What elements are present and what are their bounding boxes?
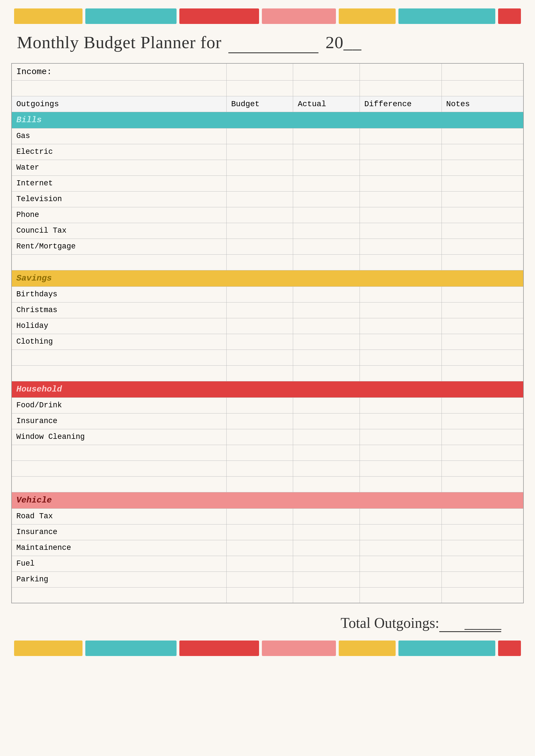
row-maintainence: Maintainence [12, 540, 523, 556]
row-internet: Internet [12, 175, 523, 191]
row-parking: Parking [12, 571, 523, 587]
row-water: Water [12, 160, 523, 175]
page: Monthly Budget Planner for 20__ Income: … [0, 0, 535, 756]
row-holiday: Holiday [12, 318, 523, 334]
income-notes-cell [441, 63, 523, 80]
bottom-strip-teal-1 [85, 641, 177, 656]
section-vehicle-header: Vehicle [12, 492, 523, 509]
income-diff-cell [359, 63, 441, 80]
bills-empty-1 [12, 254, 523, 270]
household-label: Household [12, 381, 523, 397]
section-savings-header: Savings [12, 270, 523, 286]
total-value-blank: _____ [439, 615, 501, 632]
strip-red-1 [179, 9, 259, 24]
top-color-strips [11, 9, 524, 24]
bottom-strip-teal-2 [398, 641, 495, 656]
household-empty-1 [12, 445, 523, 460]
savings-empty-2 [12, 365, 523, 381]
row-birthdays: Birthdays [12, 286, 523, 302]
row-fuel: Fuel [12, 556, 523, 571]
header-budget: Budget [227, 96, 293, 112]
bottom-strip-red-1 [179, 641, 259, 656]
savings-empty-1 [12, 350, 523, 365]
strip-teal-2 [398, 9, 495, 24]
income-actual-cell [293, 63, 359, 80]
savings-label: Savings [12, 270, 523, 286]
title-month-blank [228, 32, 319, 53]
income-row: Income: [12, 63, 523, 80]
column-headers-row: Outgoings Budget Actual Difference Notes [12, 96, 523, 112]
strip-teal-1 [85, 9, 177, 24]
total-outgoings-row: Total Outgoings:_____ [11, 615, 524, 632]
income-label: Income: [12, 63, 227, 80]
section-household-header: Household [12, 381, 523, 397]
household-empty-2 [12, 460, 523, 476]
header-actual: Actual [293, 96, 359, 112]
header-difference: Difference [359, 96, 441, 112]
empty-row-after-income [12, 80, 523, 96]
bottom-strip-yellow-1 [14, 641, 82, 656]
row-christmas: Christmas [12, 302, 523, 318]
row-clothing: Clothing [12, 334, 523, 350]
row-household-insurance: Insurance [12, 413, 523, 429]
bottom-strip-yellow-2 [339, 641, 396, 656]
strip-red-2 [498, 9, 521, 24]
row-council-tax: Council Tax [12, 223, 523, 239]
bottom-strip-red-2 [498, 641, 521, 656]
title-prefix: Monthly Budget Planner for [17, 33, 222, 52]
row-phone: Phone [12, 207, 523, 223]
bottom-color-strips [11, 641, 524, 656]
header-notes: Notes [441, 96, 523, 112]
section-bills-header: Bills [12, 112, 523, 128]
row-rent-mortgage: Rent/Mortgage [12, 239, 523, 254]
row-gas: Gas [12, 128, 523, 144]
vehicle-label: Vehicle [12, 492, 523, 509]
title-year-blank: __ [344, 33, 361, 52]
title-year-prefix: 20 [325, 33, 344, 52]
row-window-cleaning: Window Cleaning [12, 429, 523, 445]
strip-yellow-2 [339, 9, 396, 24]
income-budget-cell [227, 63, 293, 80]
page-title: Monthly Budget Planner for 20__ [11, 32, 524, 53]
row-food-drink: Food/Drink [12, 397, 523, 413]
strip-pink-1 [262, 9, 336, 24]
header-outgoings: Outgoings [12, 96, 227, 112]
row-road-tax: Road Tax [12, 509, 523, 524]
vehicle-empty-1 [12, 587, 523, 603]
row-electric: Electric [12, 144, 523, 160]
row-vehicle-insurance: Insurance [12, 524, 523, 540]
bottom-strip-pink-1 [262, 641, 336, 656]
budget-table: Income: Outgoings Budget Actual Differen… [11, 63, 524, 603]
household-empty-3 [12, 476, 523, 492]
bills-label: Bills [12, 112, 523, 128]
total-label: Total Outgoings: [341, 615, 439, 631]
row-television: Television [12, 191, 523, 207]
strip-yellow-1 [14, 9, 82, 24]
